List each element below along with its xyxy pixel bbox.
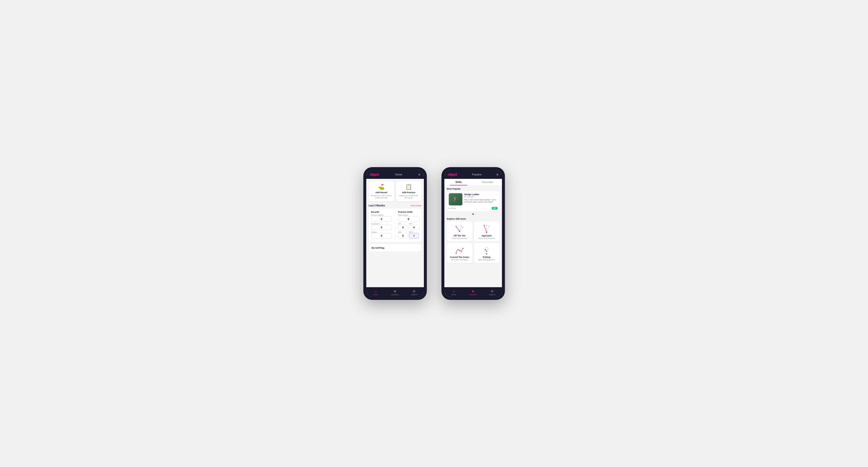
add-practice-card[interactable]: 📋 Add Practice Capture your practice off…: [396, 181, 422, 201]
drill-shots: ● 9 shots: [449, 208, 456, 209]
add-round-card[interactable]: ⛳ Add Round Record your shots in fast or…: [369, 181, 394, 201]
golf-bag-row[interactable]: My Golf Bag ›: [369, 244, 422, 252]
tab-favourites[interactable]: Favourites: [473, 179, 502, 185]
svg-point-15: [459, 250, 460, 251]
menu-icon[interactable]: ≡: [418, 173, 420, 177]
putting-desc: Make and lag practice: [478, 259, 495, 260]
ott-col: OTT 0: [398, 223, 408, 231]
putting-name: Putting: [483, 256, 491, 258]
activities-nav-icon: ♣: [394, 289, 396, 293]
svg-point-12: [486, 225, 487, 226]
svg-point-10: [486, 232, 487, 233]
drill-thumbnail: 🏌️: [449, 193, 462, 206]
nav-capture-2[interactable]: ⊕ Capture: [483, 287, 502, 297]
svg-point-5: [461, 225, 462, 226]
svg-line-2: [460, 227, 463, 231]
nav-home-2[interactable]: ⌂ Home: [444, 287, 464, 297]
app-header-home: clippd Home ≡: [366, 170, 424, 179]
putting-icon-area: [481, 245, 492, 255]
drill-badge: APP: [492, 207, 497, 210]
skill-card-off-tee[interactable]: Off The Tee Power and accuracy: [447, 222, 472, 242]
menu-icon-2[interactable]: ≡: [496, 173, 498, 177]
dot-1: [470, 214, 471, 215]
dot-3: [475, 214, 476, 215]
ott-label: OTT: [398, 223, 408, 225]
skill-card-putting[interactable]: Putting Make and lag practice: [474, 243, 499, 263]
add-round-desc: Record your shots in fast or enhanced mo…: [371, 194, 392, 199]
add-practice-desc: Capture your practice off-the-course: [398, 194, 420, 199]
approach-name: Approach: [482, 235, 492, 237]
nav-activities-label-2: Activities: [469, 293, 477, 296]
tournament-label: Tournament: [371, 223, 392, 225]
capture-nav-icon-2: ⊕: [491, 289, 494, 293]
arg-label: ARG: [398, 231, 408, 233]
svg-point-17: [457, 250, 458, 250]
svg-point-11: [484, 225, 485, 226]
tournament-value: 0: [371, 225, 392, 230]
activity-section-header: Last 3 Months View Activity: [366, 203, 424, 208]
action-cards: ⛳ Add Round Record your shots in fast or…: [366, 179, 424, 203]
capture-nav-icon: ⊕: [413, 289, 415, 293]
view-activity-link[interactable]: View Activity: [410, 205, 421, 207]
nav-capture-label-2: Capture: [489, 293, 496, 296]
rounds-col: Rounds Rounds Capture 0 Tournament 0 Pra…: [371, 211, 392, 240]
phone-1: clippd Home ≡ ⛳ Add Round Record your sh…: [363, 167, 427, 300]
nav-home[interactable]: ⌂ Home: [366, 287, 385, 297]
svg-point-3: [459, 231, 460, 232]
off-tee-name: Off The Tee: [454, 235, 466, 237]
explore-label: Explore skill areas: [444, 217, 502, 222]
nav-home-label-2: Home: [451, 293, 456, 296]
phone-2: clippd Practice ≡ Drills Favourites Most…: [441, 167, 505, 300]
drill-info: Wedge Ladder 50–100 yds ☆ Play 1 shot at…: [464, 193, 498, 206]
activities-nav-icon-2: ♣: [472, 289, 474, 293]
bottom-nav-practice: ⌂ Home ♣ Activities ⊕ Capture: [444, 287, 502, 297]
nav-home-label: Home: [373, 293, 378, 296]
ott-value: 0: [398, 225, 408, 230]
home-nav-icon: ⌂: [375, 289, 377, 293]
drills-col: Practice Drills Drills Capture 8 OTT 0 A…: [398, 211, 419, 240]
add-practice-icon: 📋: [405, 184, 412, 190]
rounds-title: Rounds: [371, 211, 392, 213]
svg-line-25: [485, 249, 487, 251]
activity-section-title: Last 3 Months: [369, 204, 385, 207]
skill-card-around-green[interactable]: Around The Green Hone your short game: [447, 243, 472, 263]
svg-line-26: [487, 249, 488, 251]
golf-bag-title: My Golf Bag: [372, 247, 384, 249]
svg-point-4: [456, 226, 457, 227]
putt-col: PUTT 4: [409, 231, 419, 240]
practice-page-title: Practice: [472, 173, 482, 176]
svg-point-14: [456, 253, 457, 254]
add-round-title: Add Round: [375, 191, 387, 194]
skill-card-approach[interactable]: Approach Dial-in to hit the green: [474, 222, 499, 242]
home-content: ⛳ Add Round Record your shots in fast or…: [366, 179, 424, 287]
drill-card-wedge[interactable]: 🏌️ Wedge Ladder 50–100 yds ☆ Play 1 shot…: [447, 191, 499, 212]
most-popular-label: Most Popular: [444, 186, 502, 191]
app-logo: clippd: [370, 173, 379, 177]
practice-value: 0: [371, 233, 392, 238]
drills-capture-value: 8: [398, 216, 419, 222]
drills-sub-row-2: ARG 0 PUTT 4: [398, 231, 419, 240]
drills-capture-label: Drills Capture: [398, 214, 419, 216]
app-label: APP: [409, 223, 419, 225]
page-title: Home: [395, 173, 402, 176]
putt-label: PUTT: [409, 231, 419, 233]
svg-line-9: [487, 226, 489, 232]
app-col: APP 4: [409, 223, 419, 231]
app-value: 4: [409, 225, 419, 230]
tab-drills[interactable]: Drills: [444, 179, 473, 185]
practice-content: Most Popular 🏌️ Wedge Ladder 50–100 yds …: [444, 186, 502, 287]
around-green-desc: Hone your short game: [451, 259, 468, 260]
svg-point-23: [486, 247, 487, 248]
svg-point-18: [461, 252, 462, 252]
approach-icon-area: [481, 224, 492, 233]
practice-tabs: Drills Favourites: [444, 179, 502, 186]
bottom-nav-home: ⌂ Home ♣ Activities ⊕ Capture: [366, 287, 424, 297]
nav-capture[interactable]: ⊕ Capture: [405, 287, 424, 297]
svg-line-7: [484, 225, 487, 232]
around-green-name: Around The Green: [450, 256, 469, 258]
around-green-icon-area: [454, 245, 465, 255]
nav-activities[interactable]: ♣ Activities: [385, 287, 405, 297]
off-tee-desc: Power and accuracy: [452, 238, 467, 239]
favourite-icon[interactable]: ☆: [495, 193, 498, 196]
nav-activities-2[interactable]: ♣ Activities: [463, 287, 483, 297]
